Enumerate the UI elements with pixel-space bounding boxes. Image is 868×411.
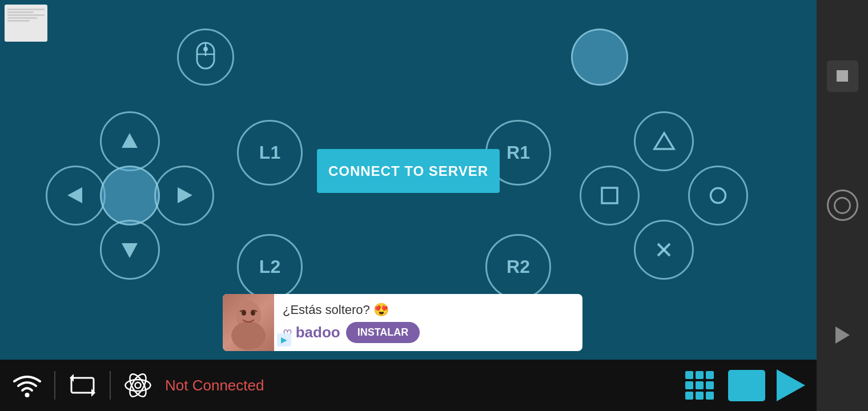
dot (706, 392, 714, 400)
connect-btn-label: CONNECT TO SERVER (328, 163, 488, 179)
dot (706, 381, 714, 389)
dpad-up-button[interactable] (100, 111, 160, 171)
sidebar-square-button[interactable] (827, 61, 858, 92)
sidebar-play-button[interactable] (827, 319, 858, 350)
screen-rotate-icon (67, 371, 98, 400)
dpad-down-button[interactable] (100, 220, 160, 280)
l1-button[interactable]: L1 (237, 120, 303, 186)
svg-point-20 (126, 380, 151, 391)
dot (685, 392, 693, 400)
right-sidebar (817, 0, 868, 411)
wifi-icon (11, 371, 43, 400)
svg-rect-23 (837, 70, 848, 82)
play-right-icon (835, 327, 850, 344)
ad-text: ¿Estás soltero? 😍 (283, 303, 574, 317)
dot (696, 371, 704, 379)
r2-label: R2 (507, 256, 530, 277)
svg-rect-9 (602, 188, 617, 203)
dpad-center-button[interactable] (100, 166, 160, 225)
dot (706, 371, 714, 379)
divider-2 (110, 371, 111, 400)
l1-label: L1 (259, 142, 280, 163)
record-icon (834, 197, 851, 214)
svg-point-10 (711, 188, 726, 203)
svg-marker-8 (654, 133, 674, 149)
l2-label: L2 (259, 256, 280, 277)
l2-button[interactable]: L2 (237, 234, 303, 300)
ad-banner: ▶ ¿Estás soltero? 😍 ♡ badoo INSTALAR (223, 294, 582, 351)
r2-button[interactable]: R2 (485, 234, 551, 300)
dpad-left-button[interactable] (46, 166, 106, 225)
svg-marker-5 (67, 187, 82, 203)
svg-point-19 (135, 382, 141, 388)
circle-button[interactable] (688, 166, 748, 225)
status-bar: Not Connected (0, 360, 817, 411)
svg-point-3 (203, 47, 208, 51)
dot (696, 392, 704, 400)
divider-1 (54, 371, 55, 400)
svg-marker-4 (122, 133, 138, 148)
ad-content: ¿Estás soltero? 😍 ♡ badoo INSTALAR (274, 297, 582, 349)
connection-status: Not Connected (165, 377, 671, 394)
dot (696, 381, 704, 389)
main-area: L1 R1 L2 R2 (0, 0, 817, 411)
svg-marker-6 (178, 187, 192, 203)
square-button[interactable] (580, 166, 640, 225)
svg-rect-18 (71, 378, 94, 393)
square-button-status[interactable] (728, 370, 765, 401)
triangle-button[interactable] (634, 111, 694, 171)
dot (685, 371, 693, 379)
badoo-logo: ♡ badoo (283, 324, 340, 341)
sidebar-record-button[interactable] (827, 190, 858, 221)
cross-button[interactable] (634, 220, 694, 280)
install-button[interactable]: INSTALAR (346, 322, 420, 343)
dot (685, 381, 693, 389)
file-icon (5, 5, 47, 42)
play-button[interactable] (777, 369, 805, 401)
r1-label: R1 (507, 142, 530, 163)
ad-person-image (223, 294, 274, 351)
ps-button[interactable] (571, 29, 628, 86)
network-icon (122, 371, 154, 400)
ad-image (223, 294, 274, 351)
dpad-right-button[interactable] (154, 166, 214, 225)
grid-button[interactable] (682, 368, 717, 402)
controller-area: L1 R1 L2 R2 (0, 0, 817, 360)
svg-marker-7 (122, 243, 138, 258)
connect-to-server-button[interactable]: CONNECT TO SERVER (317, 149, 500, 193)
grid-dots-icon (685, 371, 714, 400)
svg-point-14 (231, 321, 266, 350)
mouse-button[interactable] (177, 29, 234, 86)
ad-arrow-indicator: ▶ (277, 333, 291, 346)
ad-logo-area: ♡ badoo INSTALAR (283, 322, 574, 343)
svg-point-17 (25, 393, 30, 397)
